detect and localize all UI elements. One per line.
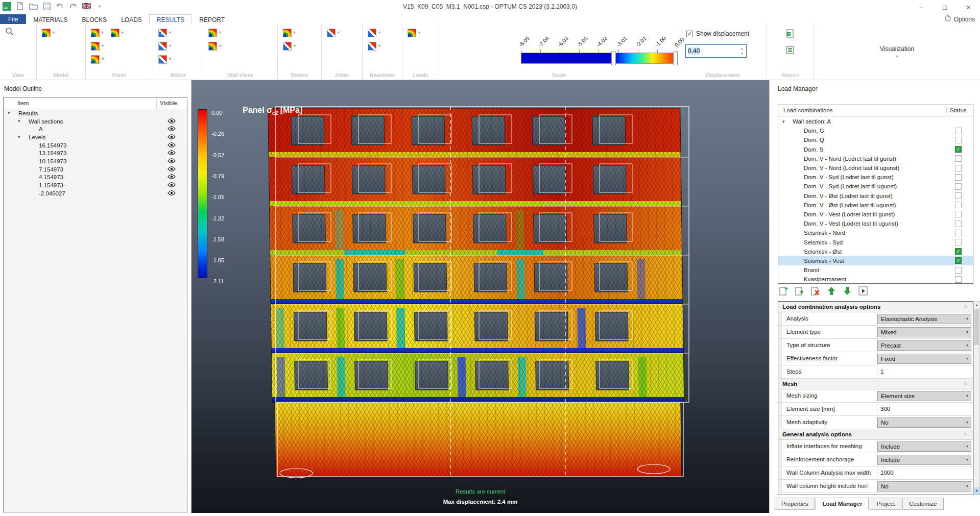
status-checkbox[interactable] [955,239,962,245]
property-dropdown[interactable]: Include▾ [877,441,971,452]
load-combination-row[interactable]: Brand [778,265,973,275]
status-checkbox[interactable]: ✓ [955,146,962,153]
load-combination-row[interactable]: Dom. V - Syd (Lodret last til gunst) [778,173,973,182]
tree-row[interactable]: ▾Results [4,109,187,117]
tree-row[interactable]: ▾Levels [4,133,187,141]
status-checkbox[interactable] [955,220,962,227]
status-checkbox[interactable] [955,155,962,162]
property-dropdown[interactable]: Include▾ [877,455,971,465]
load-combination-row[interactable]: Seismisk - Vest✓ [778,256,973,265]
load-combination-row[interactable]: Seismisk - Syd [778,237,973,247]
collapse-chevron-icon[interactable]: « [962,305,970,308]
ribbon-button[interactable]: ▾ [158,55,171,64]
load-combination-row[interactable]: Dom. V - Syd (Lodret last til ugunst) [778,182,973,191]
tab-report[interactable]: REPORT [192,14,232,24]
ribbon-button[interactable]: ▾ [91,42,104,51]
status-checkbox[interactable] [955,174,962,181]
expander-icon[interactable]: ▾ [18,118,20,124]
expander-icon[interactable]: ▾ [18,134,20,139]
duplicate-combination-button[interactable] [794,286,806,298]
status-checkbox[interactable] [955,267,962,274]
load-combination-row[interactable]: Dom. V - Vest (Lodret last til ugunst) [778,219,973,228]
visibility-cell[interactable] [156,118,187,125]
status-checkbox[interactable] [955,165,962,171]
status-checkbox[interactable] [955,192,962,199]
visibility-cell[interactable] [156,158,187,164]
move-up-button[interactable] [825,286,838,298]
tree-row[interactable]: ▾Wall sections [4,117,187,126]
ribbon-button[interactable]: ▾ [327,29,340,37]
tree-row[interactable]: 10.154973 [4,157,187,165]
ribbon-button[interactable]: ▾ [42,29,55,37]
section-header[interactable]: General analysis options« [778,429,973,440]
property-dropdown[interactable]: Elastoplastic Analysis▾ [877,314,971,324]
ribbon-button[interactable]: ▾ [368,29,380,37]
ribbon-button[interactable]: ▾ [91,55,104,64]
ribbon-button[interactable]: ▾ [158,42,171,51]
load-group-row[interactable]: ▾Wall section: A [778,117,973,126]
status-checkbox[interactable] [955,183,962,190]
property-dropdown[interactable]: Element size▾ [877,391,971,401]
ribbon-button[interactable]: ▾ [408,29,420,37]
property-dropdown[interactable]: Mixed▾ [877,327,971,337]
minimize-button[interactable]: – [910,0,933,14]
load-combination-row[interactable]: Dom. V - Øst (Lodret last til gunst) [778,191,973,201]
ribbon-button[interactable]: ▾ [368,42,380,51]
ribbon-button[interactable]: ▾ [208,42,221,51]
tab-results[interactable]: RESULTS [149,14,192,24]
property-text-field[interactable]: 1 [877,365,973,378]
visibility-cell[interactable] [156,142,187,149]
stress-scale-colorbar[interactable] [521,53,677,64]
visibility-cell[interactable] [156,134,187,140]
load-combination-row[interactable]: Seismisk - Øst✓ [778,247,973,256]
expander-icon[interactable]: ▾ [782,119,785,124]
collapse-chevron-icon[interactable]: « [962,432,970,436]
ribbon-button[interactable]: ▾ [91,29,104,37]
status-checkbox[interactable]: ✓ [955,248,962,255]
load-combination-row[interactable]: Dom. V - Nord (Lodret last til gunst) [778,154,973,163]
close-button[interactable]: × [957,0,980,14]
report-list-icon[interactable] [785,45,795,57]
ribbon-button[interactable]: ▾ [208,29,221,37]
load-combination-row[interactable]: Dom. V - Vest (Lodret last til gunst) [778,210,973,219]
scroll-up-arrow[interactable]: ▲ [974,302,979,309]
visibility-cell[interactable] [156,166,187,173]
tab-blocks[interactable]: BLOCKS [75,14,114,24]
section-header[interactable]: Load combination analysis options« [778,302,973,312]
bottom-tab-properties[interactable]: Properties [775,498,815,510]
status-checkbox[interactable] [955,128,962,134]
load-combination-row[interactable]: Dom. V - Nord (Lodret last til ugunst) [778,163,973,173]
spinner-arrows[interactable]: ▲▼ [738,47,746,55]
ribbon-button[interactable]: ▾ [283,42,296,51]
delete-combination-button[interactable] [809,286,822,298]
load-combination-row[interactable]: Dom. S✓ [778,145,973,154]
scale-handle-left[interactable] [611,52,616,65]
export-report-icon[interactable]: x [785,29,795,40]
status-checkbox[interactable] [955,137,962,143]
add-combination-button[interactable]: + [778,286,790,298]
visibility-cell[interactable] [156,182,187,188]
load-combination-row[interactable]: Dom. Q [778,135,973,144]
scale-handle-right[interactable] [673,52,678,65]
property-dropdown[interactable]: No▾ [877,417,971,428]
run-analysis-button[interactable] [857,286,869,298]
tree-row[interactable]: 13.154973 [4,149,187,157]
status-checkbox[interactable] [955,202,962,208]
status-checkbox[interactable] [955,276,962,283]
tab-file[interactable]: File [0,14,26,24]
show-displacement-checkbox[interactable]: ✓ [686,31,693,37]
tree-row[interactable]: 1.154973 [4,181,187,189]
collapse-chevron-icon[interactable]: « [962,382,970,385]
tab-loads[interactable]: LOADS [114,14,149,24]
grid-scrollbar[interactable]: ▲ ▼ [973,301,980,495]
ribbon-button[interactable] [5,27,14,38]
visibility-cell[interactable] [156,190,187,196]
ribbon-button[interactable]: ▾ [158,29,171,37]
visibility-cell[interactable] [156,150,187,156]
displacement-scale-spinner[interactable]: 0,40 ▲▼ [685,44,747,58]
status-checkbox[interactable]: ✓ [955,257,962,264]
bottom-tab-project[interactable]: Project [870,498,901,510]
property-text-field[interactable]: 1000 [877,466,973,479]
tree-row[interactable]: 16.154973 [4,141,187,150]
tree-row[interactable]: A [4,125,187,133]
